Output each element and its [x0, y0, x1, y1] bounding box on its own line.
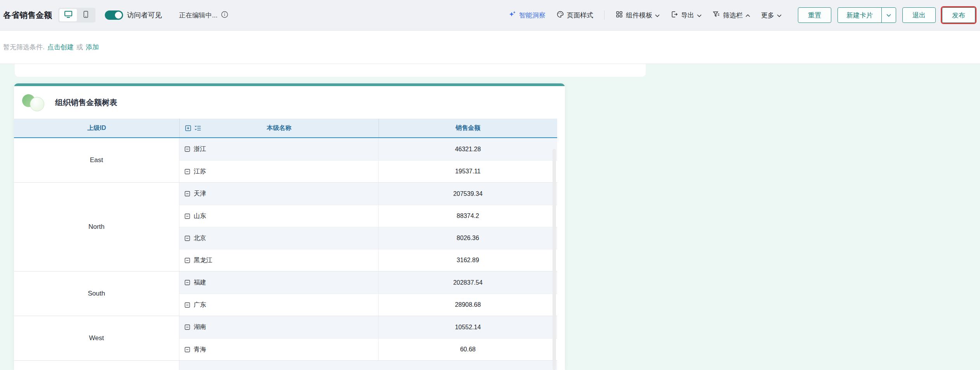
province-name: 湖南: [194, 323, 206, 331]
collapse-row-icon[interactable]: [184, 324, 190, 330]
new-card-dropdown-button[interactable]: [882, 8, 896, 22]
table-scrollbar-thumb[interactable]: [553, 149, 556, 370]
sparkle-icon: [509, 10, 516, 20]
page-style-button[interactable]: 页面样式: [556, 10, 593, 20]
component-template-menu[interactable]: 组件模板: [615, 10, 660, 20]
visitor-visible-toggle[interactable]: [105, 10, 123, 20]
page-style-label: 页面样式: [567, 11, 593, 20]
header-tree-controls: [185, 119, 202, 137]
table-row[interactable]: 广东28908.68: [179, 294, 557, 316]
tree-table-card[interactable]: 组织销售金额树表 上级ID: [14, 83, 565, 370]
chevron-up-icon: [745, 11, 750, 19]
components-grid-icon: [615, 10, 623, 20]
collapse-row-icon[interactable]: [184, 280, 190, 285]
province-name: 青海: [194, 346, 206, 354]
parent-id-cell: South: [14, 271, 179, 316]
tree-levels-icon[interactable]: [194, 125, 202, 131]
table-row[interactable]: 天津207539.34: [179, 183, 557, 205]
province-cell: 山东: [179, 205, 379, 227]
table-row[interactable]: 北京8026.36: [179, 227, 557, 249]
province-cell: 浙江: [179, 138, 379, 160]
header-name: 本级名称: [179, 119, 379, 137]
collapse-row-icon[interactable]: [184, 258, 190, 263]
sales-value: 207539.34: [379, 183, 557, 205]
expand-all-icon[interactable]: [185, 125, 191, 131]
province-cell: 湖南: [179, 316, 379, 338]
collapse-row-icon[interactable]: [184, 213, 190, 219]
table-section-partial: [14, 361, 557, 370]
page-title: 各省销售金额: [3, 10, 52, 21]
desktop-view-tab[interactable]: [59, 9, 77, 21]
header-sales-value: 销售金额: [379, 119, 557, 137]
header-parent-id: 上级ID: [14, 119, 179, 137]
reset-button[interactable]: 重置: [798, 7, 831, 23]
parent-id-cell: [14, 361, 179, 370]
table-body: East浙江46321.28江苏19537.11North天津207539.34…: [14, 138, 557, 370]
province-name: 山东: [194, 212, 206, 220]
collapse-row-icon[interactable]: [184, 169, 190, 175]
card-header: 组织销售金额树表: [14, 86, 565, 119]
filter-bar-menu[interactable]: 筛选栏: [712, 10, 750, 20]
province-name: 福建: [194, 278, 206, 287]
table-header-row: 上级ID: [14, 119, 557, 138]
toolbar-divider: [604, 10, 605, 20]
collapse-row-icon[interactable]: [184, 347, 190, 353]
collapse-row-icon[interactable]: [184, 302, 190, 308]
exit-button[interactable]: 退出: [902, 7, 936, 23]
more-label: 更多: [761, 11, 774, 20]
province-cell: 广东: [179, 294, 379, 316]
table-row[interactable]: 湖南10552.14: [179, 316, 557, 338]
sales-value: 60.68: [379, 339, 557, 360]
palette-icon: [556, 10, 564, 20]
mobile-view-tab[interactable]: [77, 9, 94, 21]
province-cell: 福建: [179, 271, 379, 294]
sales-value: 8026.36: [379, 227, 557, 249]
card-logo-icon: [19, 90, 47, 114]
export-icon: [671, 10, 678, 20]
table-row[interactable]: 山东88374.2: [179, 205, 557, 227]
table-row[interactable]: 青海60.68: [179, 338, 557, 360]
province-cell: 青海: [179, 339, 379, 360]
sales-value: 19537.11: [379, 161, 557, 182]
filter-empty-text: 暂无筛选条件.: [3, 43, 45, 52]
export-label: 导出: [681, 11, 694, 20]
sales-value: 10552.14: [379, 316, 557, 338]
province-cell: 北京: [179, 227, 379, 249]
table-row[interactable]: 浙江46321.28: [179, 138, 557, 160]
province-name: 天津: [194, 190, 206, 198]
table-row: [179, 361, 557, 370]
more-menu[interactable]: 更多: [761, 11, 782, 20]
table-section-North: North天津207539.34山东88374.2北京8026.36黑龙江316…: [14, 183, 557, 271]
province-cell: 黑龙江: [179, 249, 379, 271]
card-title: 组织销售金额树表: [55, 97, 117, 108]
sales-value: 88374.2: [379, 205, 557, 227]
card-accent-bar: [14, 83, 565, 86]
export-menu[interactable]: 导出: [671, 10, 702, 20]
province-name: 江苏: [194, 168, 206, 176]
publish-button[interactable]: 发布: [942, 7, 975, 23]
new-card-split-button: 新建卡片: [838, 7, 896, 23]
sales-value: 3162.89: [379, 249, 557, 271]
smart-insight-button[interactable]: 智能洞察: [509, 10, 546, 20]
monitor-icon: [64, 10, 73, 20]
collapse-row-icon[interactable]: [184, 235, 190, 241]
add-filter-link[interactable]: 添加: [86, 43, 99, 52]
device-switch: [58, 8, 96, 22]
info-icon[interactable]: [221, 11, 228, 20]
province-name: 浙江: [194, 145, 206, 153]
partially-visible-card-above[interactable]: [15, 64, 646, 77]
chevron-down-icon: [655, 11, 660, 19]
new-card-button[interactable]: 新建卡片: [838, 8, 882, 22]
create-filter-link[interactable]: 点击创建: [47, 43, 74, 52]
province-name: 黑龙江: [194, 256, 212, 265]
table-row[interactable]: 黑龙江3162.89: [179, 249, 557, 271]
province-cell: 天津: [179, 183, 379, 205]
tree-table: 上级ID: [14, 119, 557, 370]
table-section-South: South福建202837.54广东28908.68: [14, 271, 557, 316]
province-name: 广东: [194, 301, 206, 309]
collapse-row-icon[interactable]: [184, 146, 190, 152]
collapse-row-icon[interactable]: [184, 191, 190, 197]
top-toolbar: 各省销售金额 访问者可见 正在编辑中.: [0, 0, 980, 31]
table-row[interactable]: 福建202837.54: [179, 271, 557, 294]
table-row[interactable]: 江苏19537.11: [179, 160, 557, 182]
